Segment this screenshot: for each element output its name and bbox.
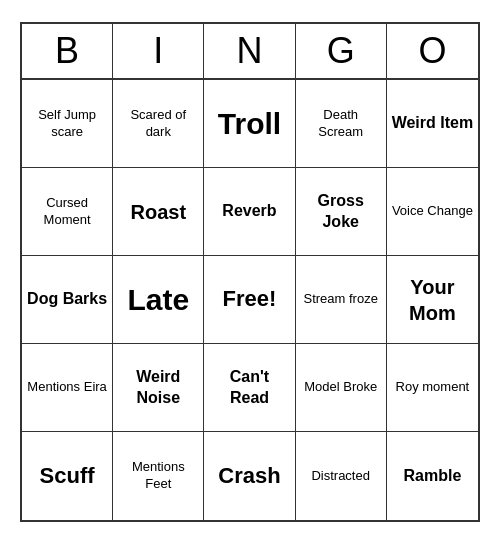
bingo-cell-8[interactable]: Gross Joke <box>296 168 387 256</box>
cell-text-14: Your Mom <box>391 274 474 326</box>
cell-text-19: Roy moment <box>396 379 470 396</box>
bingo-cell-9[interactable]: Voice Change <box>387 168 478 256</box>
bingo-cell-21[interactable]: Mentions Feet <box>113 432 204 520</box>
bingo-cell-16[interactable]: Weird Noise <box>113 344 204 432</box>
bingo-cell-22[interactable]: Crash <box>204 432 295 520</box>
bingo-cell-5[interactable]: Cursed Moment <box>22 168 113 256</box>
cell-text-6: Roast <box>131 199 187 225</box>
cell-text-10: Dog Barks <box>27 289 107 310</box>
bingo-letter-o: O <box>387 24 478 78</box>
bingo-cell-2[interactable]: Troll <box>204 80 295 168</box>
bingo-cell-7[interactable]: Reverb <box>204 168 295 256</box>
cell-text-24: Ramble <box>403 466 461 487</box>
cell-text-17: Can't Read <box>208 367 290 409</box>
cell-text-13: Stream froze <box>303 291 377 308</box>
bingo-cell-15[interactable]: Mentions Eira <box>22 344 113 432</box>
cell-text-22: Crash <box>218 462 280 491</box>
bingo-letter-g: G <box>296 24 387 78</box>
cell-text-7: Reverb <box>222 201 276 222</box>
bingo-cell-12[interactable]: Free! <box>204 256 295 344</box>
bingo-header: BINGO <box>22 24 478 80</box>
cell-text-21: Mentions Feet <box>117 459 199 493</box>
bingo-cell-3[interactable]: Death Scream <box>296 80 387 168</box>
bingo-cell-10[interactable]: Dog Barks <box>22 256 113 344</box>
cell-text-20: Scuff <box>40 462 95 491</box>
cell-text-18: Model Broke <box>304 379 377 396</box>
cell-text-16: Weird Noise <box>117 367 199 409</box>
bingo-cell-23[interactable]: Distracted <box>296 432 387 520</box>
bingo-grid: Self Jump scareScared of darkTrollDeath … <box>22 80 478 520</box>
bingo-cell-17[interactable]: Can't Read <box>204 344 295 432</box>
bingo-letter-i: I <box>113 24 204 78</box>
bingo-cell-24[interactable]: Ramble <box>387 432 478 520</box>
bingo-cell-13[interactable]: Stream froze <box>296 256 387 344</box>
bingo-card: BINGO Self Jump scareScared of darkTroll… <box>20 22 480 522</box>
bingo-cell-19[interactable]: Roy moment <box>387 344 478 432</box>
bingo-cell-11[interactable]: Late <box>113 256 204 344</box>
bingo-letter-b: B <box>22 24 113 78</box>
bingo-cell-6[interactable]: Roast <box>113 168 204 256</box>
cell-text-2: Troll <box>218 104 281 143</box>
cell-text-4: Weird Item <box>392 113 474 134</box>
cell-text-5: Cursed Moment <box>26 195 108 229</box>
cell-text-9: Voice Change <box>392 203 473 220</box>
bingo-cell-18[interactable]: Model Broke <box>296 344 387 432</box>
cell-text-11: Late <box>127 280 189 319</box>
bingo-cell-14[interactable]: Your Mom <box>387 256 478 344</box>
bingo-cell-20[interactable]: Scuff <box>22 432 113 520</box>
bingo-letter-n: N <box>204 24 295 78</box>
cell-text-1: Scared of dark <box>117 107 199 141</box>
cell-text-0: Self Jump scare <box>26 107 108 141</box>
cell-text-15: Mentions Eira <box>27 379 106 396</box>
bingo-cell-4[interactable]: Weird Item <box>387 80 478 168</box>
cell-text-8: Gross Joke <box>300 191 382 233</box>
cell-text-12: Free! <box>223 285 277 314</box>
cell-text-23: Distracted <box>311 468 370 485</box>
bingo-cell-1[interactable]: Scared of dark <box>113 80 204 168</box>
cell-text-3: Death Scream <box>300 107 382 141</box>
bingo-cell-0[interactable]: Self Jump scare <box>22 80 113 168</box>
